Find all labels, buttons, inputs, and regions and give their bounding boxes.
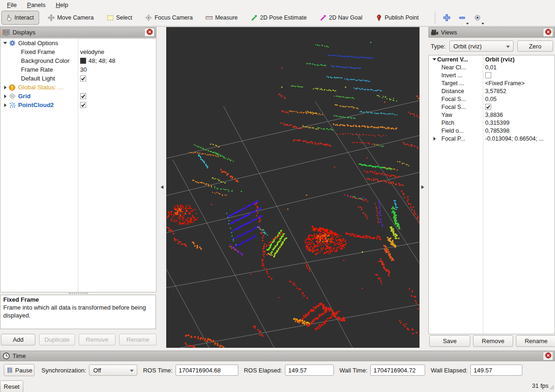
reset-button-label: Reset <box>4 383 20 390</box>
displays-panel: Displays Global OptionsFixed Framevelody… <box>0 27 156 349</box>
view-type-dropdown[interactable]: Orbit (rviz) <box>449 41 514 52</box>
property-value[interactable]: 0,785398 <box>485 127 509 135</box>
property-value[interactable] <box>485 103 491 111</box>
time-controls-row: Pause Synchronization: Off ROS Time:ROS … <box>4 363 522 377</box>
views-close-button[interactable] <box>543 28 553 37</box>
right-splitter-arrow[interactable] <box>421 185 425 189</box>
views-remove-button[interactable]: Remove <box>473 335 513 347</box>
menu-file[interactable]: File <box>2 1 22 8</box>
displays-add-button[interactable]: Add <box>1 334 35 345</box>
property-value[interactable]: 30 <box>80 65 87 74</box>
zero-button[interactable]: Zero <box>517 41 553 52</box>
wall-elapsed-input[interactable] <box>470 365 522 376</box>
property-value[interactable]: 48; 48; 48 <box>80 56 115 65</box>
view-row-near-cl-1[interactable]: Near Cl...0,01 <box>429 63 555 71</box>
time-close-button[interactable] <box>543 351 553 360</box>
display-row-grid[interactable]: Grid <box>0 92 156 101</box>
tool-select[interactable]: Select <box>103 11 135 24</box>
checkbox[interactable] <box>80 75 86 81</box>
display-row-global-options[interactable]: Global Options <box>0 39 156 47</box>
display-row-pointcloud2[interactable]: PointCloud2 <box>0 101 156 109</box>
tool-focus-camera[interactable]: Focus Camera <box>142 11 196 24</box>
tool-plus-tool[interactable] <box>441 12 452 24</box>
property-value[interactable]: velodyne <box>80 47 104 56</box>
3d-viewport-canvas[interactable] <box>166 27 420 348</box>
property-name: Global Options <box>18 40 58 47</box>
views-rename-button[interactable]: Rename <box>516 335 555 347</box>
display-row-background-color[interactable]: Background Color48; 48; 48 <box>0 56 156 65</box>
display-row-default-light[interactable]: Default Light <box>0 74 156 83</box>
property-value[interactable]: Orbit (rviz) <box>485 55 514 63</box>
expander-right-icon[interactable] <box>2 86 8 89</box>
left-splitter-arrow[interactable] <box>160 185 164 189</box>
reset-button[interactable]: Reset <box>0 380 23 392</box>
checkbox[interactable] <box>485 104 491 110</box>
pause-button[interactable]: Pause <box>4 364 34 376</box>
display-row-frame-rate[interactable]: Frame Rate30 <box>0 65 156 74</box>
property-value[interactable] <box>80 101 86 109</box>
view-type-label: Type: <box>431 43 446 50</box>
synchronization-label: Synchronization: <box>41 367 86 374</box>
tool-publish-point[interactable]: Publish Point <box>372 11 421 24</box>
value-text: velodyne <box>80 48 104 55</box>
views-save-button[interactable]: Save <box>429 335 470 347</box>
property-value[interactable] <box>80 92 86 101</box>
display-row-fixed-frame[interactable]: Fixed Framevelodyne <box>0 47 156 56</box>
tool-2d-nav-goal[interactable]: 2D Nav Goal <box>317 11 365 24</box>
wall-time-label: Wall Time: <box>339 367 367 374</box>
view-row-pitch-8[interactable]: Pitch0,315399 <box>429 119 555 127</box>
checkbox[interactable] <box>80 93 86 99</box>
displays-tree: Global OptionsFixed FramevelodyneBackgro… <box>0 38 156 292</box>
displays-remove-button[interactable]: Remove <box>79 334 115 345</box>
tool-2d-pose-estimate[interactable]: 2D Pose Estimate <box>248 11 310 24</box>
view-row-yaw-7[interactable]: Yaw3,8836 <box>429 111 555 119</box>
ros-time-input[interactable] <box>176 365 238 376</box>
tool-minus-tool[interactable] <box>456 12 467 24</box>
wall-time-input[interactable] <box>370 365 425 376</box>
property-value[interactable] <box>485 71 491 79</box>
displays-rename-button[interactable]: Rename <box>119 334 156 345</box>
views-rename-button-label: Rename <box>525 338 548 345</box>
display-row-global-status[interactable]: Global Status: ... <box>0 83 156 92</box>
view-row-distance-4[interactable]: Distance3,57852 <box>429 87 555 95</box>
expander-right-icon[interactable] <box>432 137 437 141</box>
view-row-focal-s-6[interactable]: Focal S... <box>429 103 555 111</box>
property-value[interactable]: -0.013094; 0.66504; ... <box>485 135 544 142</box>
expander-down-icon[interactable] <box>2 42 8 44</box>
view-row-current-v-0[interactable]: Current V...Orbit (rviz) <box>429 55 555 63</box>
ros-elapsed-input[interactable] <box>285 365 334 376</box>
property-value[interactable]: 3,57852 <box>485 87 506 95</box>
property-value[interactable]: <Fixed Frame> <box>485 79 525 87</box>
expander-down-icon[interactable] <box>432 58 437 61</box>
tool-measure[interactable]: Measure <box>203 11 241 24</box>
expander-right-icon[interactable] <box>2 95 8 98</box>
resize-grip[interactable] <box>549 384 554 391</box>
property-value[interactable]: 0,05 <box>485 95 496 103</box>
property-value[interactable]: 0,315399 <box>485 119 509 127</box>
view-row-target-3[interactable]: Target ...<Fixed Frame> <box>429 79 555 87</box>
minus-tool-icon <box>458 14 466 22</box>
tool-label-2d-nav-goal: 2D Nav Goal <box>329 14 363 21</box>
view-row-focal-p-10[interactable]: Focal P...-0.013094; 0.66504; ... <box>429 135 555 142</box>
view-row-field-o-9[interactable]: Field o...0,785398 <box>429 127 555 135</box>
tool-move-camera[interactable]: Move Camera <box>45 11 97 24</box>
tool-label-interact: Interact <box>14 14 34 21</box>
property-value[interactable] <box>80 74 86 83</box>
menu-help[interactable]: Help <box>51 1 74 8</box>
synchronization-dropdown[interactable]: Off <box>89 365 137 376</box>
tool-eye-tool[interactable] <box>472 12 483 24</box>
close-icon <box>545 352 551 360</box>
menu-panels[interactable]: Panels <box>22 1 51 8</box>
checkbox[interactable] <box>485 72 491 78</box>
tool-interact[interactable]: Interact <box>1 11 39 25</box>
checkbox[interactable] <box>80 102 86 108</box>
property-name: Grid <box>18 93 31 100</box>
property-value[interactable]: 0,01 <box>485 63 496 71</box>
displays-duplicate-button[interactable]: Duplicate <box>39 334 75 345</box>
displays-close-button[interactable] <box>144 28 155 37</box>
expander-right-icon[interactable] <box>2 103 8 107</box>
view-row-focal-s-5[interactable]: Focal S...0,05 <box>429 95 555 103</box>
view-row-invert-2[interactable]: Invert ... <box>429 71 555 79</box>
warning-icon <box>9 84 18 91</box>
property-value[interactable]: 3,8836 <box>485 111 503 119</box>
